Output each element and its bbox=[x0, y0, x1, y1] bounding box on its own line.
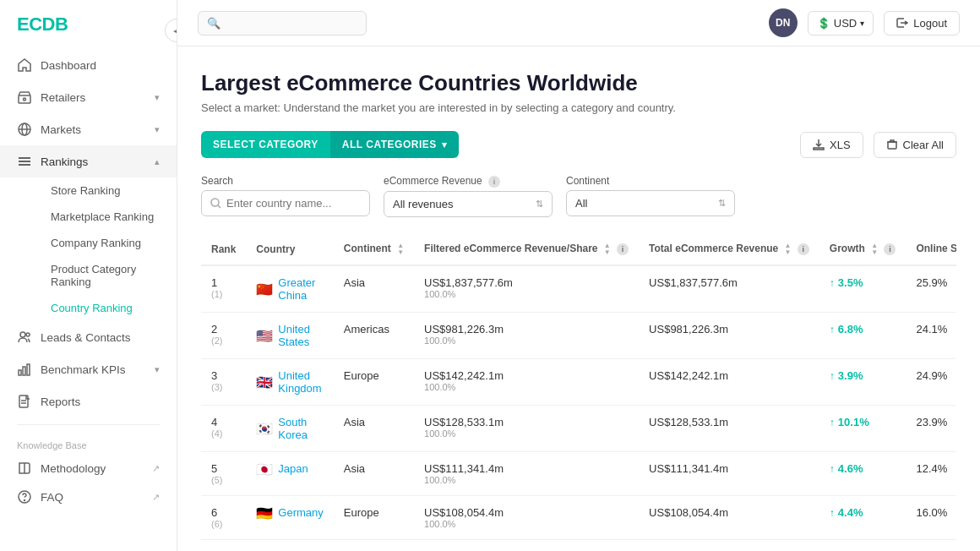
info-icon[interactable]: i bbox=[488, 176, 500, 188]
sidebar-item-retailers[interactable]: Retailers ▾ bbox=[0, 81, 177, 113]
country-link[interactable]: 🇩🇪 Germany bbox=[256, 506, 323, 519]
knowledge-base-label: Knowledge Base bbox=[0, 432, 177, 454]
xls-button[interactable]: XLS bbox=[800, 132, 863, 158]
info-icon[interactable]: i bbox=[884, 243, 896, 255]
online-share-cell: 12.4% bbox=[906, 452, 956, 496]
svg-point-19 bbox=[211, 199, 219, 206]
sidebar-item-benchmark-kpis[interactable]: Benchmark KPIs ▾ bbox=[0, 353, 177, 385]
page-subtitle: Select a market: Understand the market y… bbox=[201, 101, 956, 114]
rank-cell: 6 (6) bbox=[201, 496, 246, 540]
select-category-button[interactable]: SELECT CATEGORY All categories ▾ bbox=[201, 131, 459, 158]
country-cell: 🇨🇳 Greater China bbox=[246, 265, 333, 313]
country-search-input-wrapper[interactable] bbox=[201, 190, 370, 216]
sidebar-item-label: Dashboard bbox=[41, 59, 96, 72]
sidebar-item-methodology[interactable]: Methodology ↗ bbox=[0, 454, 177, 483]
country-link[interactable]: 🇰🇷 South Korea bbox=[256, 416, 323, 441]
clear-all-label: Clear All bbox=[903, 139, 944, 151]
country-flag: 🇨🇳 bbox=[256, 283, 273, 295]
table-row: 4 (4) 🇰🇷 South Korea Asia US$128,533.1m … bbox=[201, 406, 956, 452]
info-icon[interactable]: i bbox=[617, 243, 629, 255]
continent-filter-group: Continent All ⇅ bbox=[566, 175, 735, 217]
growth-cell: ↑ 6.8% bbox=[819, 313, 906, 359]
chevron-down-icon: ▾ bbox=[442, 139, 448, 150]
total-revenue-cell: US$981,226.3m bbox=[639, 313, 819, 359]
svg-point-9 bbox=[26, 333, 30, 336]
page-title: Largest eCommerce Countries Worldwide bbox=[201, 70, 956, 96]
table-body: 1 (1) 🇨🇳 Greater China Asia US$1,837,577… bbox=[201, 265, 956, 551]
chevron-down-icon: ▾ bbox=[860, 19, 864, 28]
country-search-input[interactable] bbox=[226, 197, 361, 210]
logout-icon bbox=[896, 17, 908, 29]
country-link[interactable]: 🇺🇸 United States bbox=[256, 323, 323, 348]
sidebar-item-reports[interactable]: Reports bbox=[0, 385, 177, 417]
sidebar-item-company-ranking[interactable]: Company Ranking bbox=[41, 230, 177, 256]
online-share-cell: 3.6% bbox=[906, 540, 956, 552]
rank-cell: 2 (2) bbox=[201, 313, 246, 359]
total-revenue-column-header[interactable]: Total eCommerce Revenue ▲▼ i bbox=[639, 234, 819, 265]
download-icon bbox=[813, 139, 825, 150]
sidebar-item-store-ranking[interactable]: Store Ranking bbox=[41, 177, 177, 204]
sidebar-item-label: Rankings bbox=[41, 155, 88, 168]
country-flag: 🇬🇧 bbox=[256, 376, 273, 388]
sidebar-item-product-category-ranking[interactable]: Product Category Ranking bbox=[41, 256, 177, 295]
sidebar-item-marketplace-ranking[interactable]: Marketplace Ranking bbox=[41, 204, 177, 230]
currency-selector[interactable]: 💲 USD ▾ bbox=[808, 11, 874, 35]
chevron-down-icon: ▾ bbox=[155, 364, 160, 375]
logout-label: Logout bbox=[913, 17, 947, 30]
logout-button[interactable]: Logout bbox=[884, 11, 960, 35]
continent-cell: Asia bbox=[334, 406, 414, 452]
growth-cell: ↑ 4.6% bbox=[819, 452, 906, 496]
growth-cell: ↑ 20.9% bbox=[819, 540, 906, 552]
info-icon[interactable]: i bbox=[798, 243, 809, 255]
filtered-revenue-cell: US$128,533.1m 100.0% bbox=[414, 406, 639, 452]
total-revenue-cell: US$108,054.4m bbox=[639, 496, 819, 540]
book-icon bbox=[17, 461, 32, 476]
online-share-column-header[interactable]: Online Share ▲▼ i bbox=[906, 234, 956, 265]
external-link-icon: ↗ bbox=[152, 492, 160, 503]
growth-cell: ↑ 3.5% bbox=[819, 265, 906, 313]
sidebar-item-markets[interactable]: Markets ▾ bbox=[0, 113, 177, 145]
filtered-revenue-cell: US$142,242.1m 100.0% bbox=[414, 359, 639, 406]
clear-all-button[interactable]: Clear All bbox=[874, 132, 956, 158]
search-bar[interactable]: 🔍 bbox=[198, 11, 367, 35]
growth-value: 10.1% bbox=[838, 416, 869, 428]
table-row: 5 (5) 🇯🇵 Japan Asia US$111,341.4m 100.0%… bbox=[201, 452, 956, 496]
svg-rect-0 bbox=[19, 95, 30, 103]
currency-icon: 💲 bbox=[817, 17, 830, 30]
continent-value: All bbox=[575, 197, 587, 210]
growth-value: 4.6% bbox=[838, 462, 863, 475]
growth-value: 6.8% bbox=[838, 323, 863, 336]
main-area: 🔍 DN 💲 USD ▾ Logout Largest eCommerce Co… bbox=[177, 0, 980, 551]
sidebar-item-faq[interactable]: FAQ ↗ bbox=[0, 483, 177, 511]
revenue-select[interactable]: All revenues ⇅ bbox=[384, 191, 553, 217]
sidebar-item-dashboard[interactable]: Dashboard bbox=[0, 49, 177, 81]
sidebar-item-label: Methodology bbox=[41, 462, 106, 475]
select-category-label: SELECT CATEGORY bbox=[201, 131, 330, 158]
svg-rect-10 bbox=[19, 370, 21, 375]
country-link[interactable]: 🇬🇧 United Kingdom bbox=[256, 369, 323, 395]
svg-rect-18 bbox=[888, 142, 896, 149]
growth-up-arrow-icon: ↑ bbox=[830, 463, 835, 475]
country-link[interactable]: 🇨🇳 Greater China bbox=[256, 276, 323, 302]
country-column-header: Country bbox=[246, 234, 333, 265]
svg-point-1 bbox=[24, 98, 26, 101]
growth-column-header[interactable]: Growth ▲▼ i bbox=[819, 234, 906, 265]
country-cell: 🇰🇷 South Korea bbox=[246, 406, 333, 452]
filtered-revenue-cell: US$89,390.4m 100.0% bbox=[414, 540, 639, 552]
search-input[interactable] bbox=[226, 17, 357, 30]
table-row: 1 (1) 🇨🇳 Greater China Asia US$1,837,577… bbox=[201, 265, 956, 313]
sidebar-item-leads-contacts[interactable]: Leads & Contacts bbox=[0, 321, 177, 353]
country-link[interactable]: 🇯🇵 Japan bbox=[256, 462, 323, 475]
search-icon: 🔍 bbox=[207, 17, 220, 30]
continent-cell: Europe bbox=[334, 496, 414, 540]
country-flag: 🇩🇪 bbox=[256, 507, 273, 519]
continent-column-header[interactable]: Continent ▲▼ bbox=[334, 234, 414, 265]
continent-cell: Asia bbox=[334, 265, 414, 313]
total-revenue-cell: US$128,533.1m bbox=[639, 406, 819, 452]
growth-up-arrow-icon: ↑ bbox=[830, 370, 835, 382]
filtered-revenue-column-header[interactable]: Filtered eCommerce Revenue/Share ▲▼ i bbox=[414, 234, 639, 265]
sidebar-item-rankings[interactable]: Rankings ▴ bbox=[0, 145, 177, 177]
sidebar-item-country-ranking[interactable]: Country Ranking bbox=[41, 295, 177, 321]
table-row: 7 (7) 🇮🇳 India Asia US$89,390.4m 100.0% … bbox=[201, 540, 956, 552]
continent-select[interactable]: All ⇅ bbox=[566, 190, 735, 216]
